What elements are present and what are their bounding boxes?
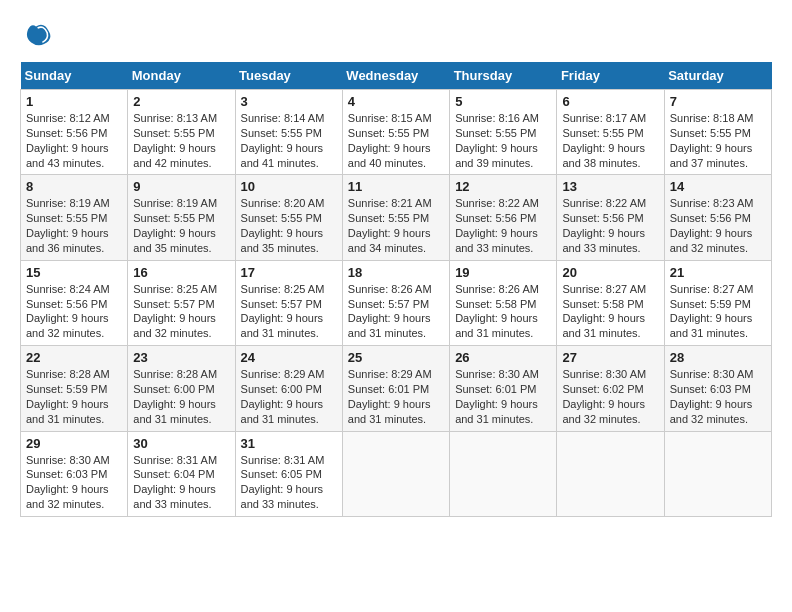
day-info: Sunrise: 8:16 AM Sunset: 5:55 PM Dayligh… [455, 111, 551, 170]
calendar-week-2: 8Sunrise: 8:19 AM Sunset: 5:55 PM Daylig… [21, 175, 772, 260]
calendar-cell: 18Sunrise: 8:26 AM Sunset: 5:57 PM Dayli… [342, 260, 449, 345]
day-info: Sunrise: 8:29 AM Sunset: 6:01 PM Dayligh… [348, 367, 444, 426]
calendar-cell: 21Sunrise: 8:27 AM Sunset: 5:59 PM Dayli… [664, 260, 771, 345]
day-info: Sunrise: 8:22 AM Sunset: 5:56 PM Dayligh… [455, 196, 551, 255]
day-info: Sunrise: 8:27 AM Sunset: 5:59 PM Dayligh… [670, 282, 766, 341]
day-number: 18 [348, 265, 444, 280]
day-info: Sunrise: 8:17 AM Sunset: 5:55 PM Dayligh… [562, 111, 658, 170]
calendar-cell: 7Sunrise: 8:18 AM Sunset: 5:55 PM Daylig… [664, 90, 771, 175]
calendar-cell: 6Sunrise: 8:17 AM Sunset: 5:55 PM Daylig… [557, 90, 664, 175]
day-info: Sunrise: 8:12 AM Sunset: 5:56 PM Dayligh… [26, 111, 122, 170]
calendar-table: SundayMondayTuesdayWednesdayThursdayFrid… [20, 62, 772, 517]
day-number: 20 [562, 265, 658, 280]
day-info: Sunrise: 8:15 AM Sunset: 5:55 PM Dayligh… [348, 111, 444, 170]
calendar-cell: 2Sunrise: 8:13 AM Sunset: 5:55 PM Daylig… [128, 90, 235, 175]
day-info: Sunrise: 8:28 AM Sunset: 5:59 PM Dayligh… [26, 367, 122, 426]
day-info: Sunrise: 8:31 AM Sunset: 6:05 PM Dayligh… [241, 453, 337, 512]
calendar-cell: 24Sunrise: 8:29 AM Sunset: 6:00 PM Dayli… [235, 346, 342, 431]
day-info: Sunrise: 8:30 AM Sunset: 6:02 PM Dayligh… [562, 367, 658, 426]
calendar-header: SundayMondayTuesdayWednesdayThursdayFrid… [21, 62, 772, 90]
day-number: 6 [562, 94, 658, 109]
day-number: 21 [670, 265, 766, 280]
day-info: Sunrise: 8:27 AM Sunset: 5:58 PM Dayligh… [562, 282, 658, 341]
day-number: 10 [241, 179, 337, 194]
calendar-cell: 11Sunrise: 8:21 AM Sunset: 5:55 PM Dayli… [342, 175, 449, 260]
calendar-week-5: 29Sunrise: 8:30 AM Sunset: 6:03 PM Dayli… [21, 431, 772, 516]
day-number: 7 [670, 94, 766, 109]
calendar-cell: 14Sunrise: 8:23 AM Sunset: 5:56 PM Dayli… [664, 175, 771, 260]
day-number: 17 [241, 265, 337, 280]
day-info: Sunrise: 8:29 AM Sunset: 6:00 PM Dayligh… [241, 367, 337, 426]
day-info: Sunrise: 8:13 AM Sunset: 5:55 PM Dayligh… [133, 111, 229, 170]
day-info: Sunrise: 8:31 AM Sunset: 6:04 PM Dayligh… [133, 453, 229, 512]
day-number: 30 [133, 436, 229, 451]
calendar-cell: 25Sunrise: 8:29 AM Sunset: 6:01 PM Dayli… [342, 346, 449, 431]
calendar-cell: 13Sunrise: 8:22 AM Sunset: 5:56 PM Dayli… [557, 175, 664, 260]
day-info: Sunrise: 8:22 AM Sunset: 5:56 PM Dayligh… [562, 196, 658, 255]
day-info: Sunrise: 8:25 AM Sunset: 5:57 PM Dayligh… [133, 282, 229, 341]
day-info: Sunrise: 8:24 AM Sunset: 5:56 PM Dayligh… [26, 282, 122, 341]
day-info: Sunrise: 8:30 AM Sunset: 6:03 PM Dayligh… [670, 367, 766, 426]
calendar-cell: 20Sunrise: 8:27 AM Sunset: 5:58 PM Dayli… [557, 260, 664, 345]
day-number: 16 [133, 265, 229, 280]
day-number: 8 [26, 179, 122, 194]
day-number: 19 [455, 265, 551, 280]
day-number: 9 [133, 179, 229, 194]
calendar-cell: 27Sunrise: 8:30 AM Sunset: 6:02 PM Dayli… [557, 346, 664, 431]
calendar-cell: 31Sunrise: 8:31 AM Sunset: 6:05 PM Dayli… [235, 431, 342, 516]
day-info: Sunrise: 8:25 AM Sunset: 5:57 PM Dayligh… [241, 282, 337, 341]
calendar-cell [450, 431, 557, 516]
day-info: Sunrise: 8:20 AM Sunset: 5:55 PM Dayligh… [241, 196, 337, 255]
day-number: 26 [455, 350, 551, 365]
day-number: 27 [562, 350, 658, 365]
calendar-cell: 16Sunrise: 8:25 AM Sunset: 5:57 PM Dayli… [128, 260, 235, 345]
day-info: Sunrise: 8:19 AM Sunset: 5:55 PM Dayligh… [133, 196, 229, 255]
logo-icon [20, 20, 52, 52]
day-number: 29 [26, 436, 122, 451]
calendar-cell [342, 431, 449, 516]
header-cell-sunday: Sunday [21, 62, 128, 90]
day-number: 23 [133, 350, 229, 365]
day-number: 3 [241, 94, 337, 109]
day-number: 1 [26, 94, 122, 109]
page-header [20, 20, 772, 52]
day-info: Sunrise: 8:18 AM Sunset: 5:55 PM Dayligh… [670, 111, 766, 170]
calendar-cell: 10Sunrise: 8:20 AM Sunset: 5:55 PM Dayli… [235, 175, 342, 260]
calendar-cell: 19Sunrise: 8:26 AM Sunset: 5:58 PM Dayli… [450, 260, 557, 345]
header-row: SundayMondayTuesdayWednesdayThursdayFrid… [21, 62, 772, 90]
header-cell-friday: Friday [557, 62, 664, 90]
day-number: 31 [241, 436, 337, 451]
day-number: 2 [133, 94, 229, 109]
calendar-week-1: 1Sunrise: 8:12 AM Sunset: 5:56 PM Daylig… [21, 90, 772, 175]
calendar-cell: 9Sunrise: 8:19 AM Sunset: 5:55 PM Daylig… [128, 175, 235, 260]
day-number: 5 [455, 94, 551, 109]
day-number: 12 [455, 179, 551, 194]
calendar-cell: 17Sunrise: 8:25 AM Sunset: 5:57 PM Dayli… [235, 260, 342, 345]
day-info: Sunrise: 8:14 AM Sunset: 5:55 PM Dayligh… [241, 111, 337, 170]
day-info: Sunrise: 8:30 AM Sunset: 6:03 PM Dayligh… [26, 453, 122, 512]
calendar-cell: 15Sunrise: 8:24 AM Sunset: 5:56 PM Dayli… [21, 260, 128, 345]
calendar-cell [664, 431, 771, 516]
calendar-cell: 30Sunrise: 8:31 AM Sunset: 6:04 PM Dayli… [128, 431, 235, 516]
calendar-cell: 4Sunrise: 8:15 AM Sunset: 5:55 PM Daylig… [342, 90, 449, 175]
calendar-cell: 3Sunrise: 8:14 AM Sunset: 5:55 PM Daylig… [235, 90, 342, 175]
day-info: Sunrise: 8:21 AM Sunset: 5:55 PM Dayligh… [348, 196, 444, 255]
calendar-body: 1Sunrise: 8:12 AM Sunset: 5:56 PM Daylig… [21, 90, 772, 517]
calendar-cell [557, 431, 664, 516]
calendar-week-3: 15Sunrise: 8:24 AM Sunset: 5:56 PM Dayli… [21, 260, 772, 345]
logo [20, 20, 56, 52]
day-number: 15 [26, 265, 122, 280]
calendar-cell: 23Sunrise: 8:28 AM Sunset: 6:00 PM Dayli… [128, 346, 235, 431]
header-cell-saturday: Saturday [664, 62, 771, 90]
day-info: Sunrise: 8:23 AM Sunset: 5:56 PM Dayligh… [670, 196, 766, 255]
day-number: 25 [348, 350, 444, 365]
calendar-cell: 12Sunrise: 8:22 AM Sunset: 5:56 PM Dayli… [450, 175, 557, 260]
calendar-cell: 26Sunrise: 8:30 AM Sunset: 6:01 PM Dayli… [450, 346, 557, 431]
day-number: 13 [562, 179, 658, 194]
day-info: Sunrise: 8:30 AM Sunset: 6:01 PM Dayligh… [455, 367, 551, 426]
day-number: 11 [348, 179, 444, 194]
day-number: 4 [348, 94, 444, 109]
calendar-cell: 8Sunrise: 8:19 AM Sunset: 5:55 PM Daylig… [21, 175, 128, 260]
day-number: 28 [670, 350, 766, 365]
header-cell-monday: Monday [128, 62, 235, 90]
